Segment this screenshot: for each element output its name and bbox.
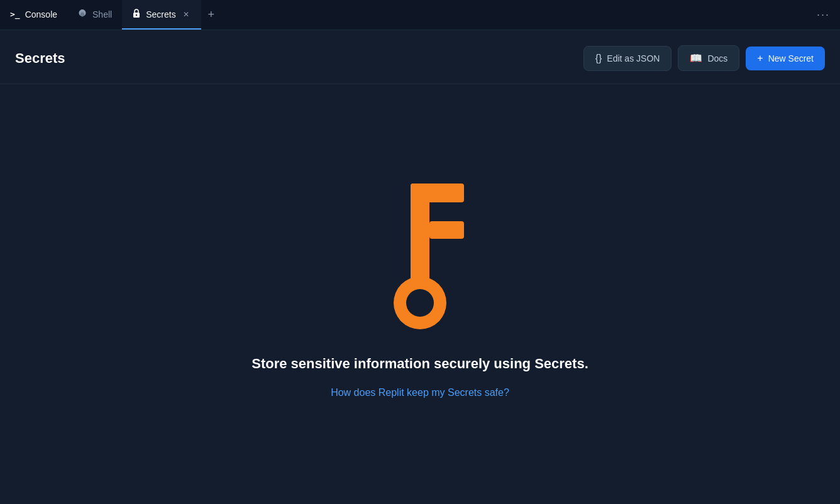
curly-braces-icon: {} xyxy=(595,53,602,64)
page-header: Secrets {} Edit as JSON 📖 Docs + New Sec… xyxy=(0,30,840,84)
key-icon-container xyxy=(363,152,477,341)
edit-as-json-label: Edit as JSON xyxy=(607,53,660,63)
tab-console-label: Console xyxy=(25,9,57,19)
empty-state-title: Store sensitive information securely usi… xyxy=(251,356,589,372)
tab-secrets[interactable]: Secrets ✕ xyxy=(122,0,201,30)
tab-more-button[interactable]: ··· xyxy=(807,0,840,30)
page-title: Secrets xyxy=(15,50,65,67)
tab-secrets-close[interactable]: ✕ xyxy=(181,9,191,19)
empty-state: Store sensitive information securely usi… xyxy=(0,84,840,504)
tab-shell-label: Shell xyxy=(92,9,112,19)
secrets-help-link[interactable]: How does Replit keep my Secrets safe? xyxy=(331,387,509,398)
new-secret-button[interactable]: + New Secret xyxy=(746,47,825,70)
add-tab-button[interactable]: + xyxy=(201,0,221,30)
svg-point-1 xyxy=(136,14,137,16)
plus-icon: + xyxy=(757,53,763,64)
tab-shell[interactable]: Shell xyxy=(67,0,122,30)
tab-secrets-label: Secrets xyxy=(146,9,175,19)
svg-rect-4 xyxy=(429,221,464,239)
new-secret-label: New Secret xyxy=(768,53,814,63)
docs-button[interactable]: 📖 Docs xyxy=(678,45,739,71)
tab-bar: >_ Console Shell Secrets ✕ + ··· xyxy=(0,0,840,30)
header-actions: {} Edit as JSON 📖 Docs + New Secret xyxy=(583,45,825,71)
console-icon: >_ xyxy=(10,9,20,19)
svg-rect-3 xyxy=(411,184,464,202)
svg-point-6 xyxy=(406,289,434,317)
edit-as-json-button[interactable]: {} Edit as JSON xyxy=(583,46,672,71)
tab-console[interactable]: >_ Console xyxy=(0,0,67,30)
book-icon: 📖 xyxy=(690,52,702,64)
docs-label: Docs xyxy=(707,53,727,63)
shell-icon xyxy=(77,8,87,20)
main-content: Secrets {} Edit as JSON 📖 Docs + New Sec… xyxy=(0,30,840,504)
lock-icon xyxy=(132,8,141,20)
key-icon xyxy=(363,152,477,341)
